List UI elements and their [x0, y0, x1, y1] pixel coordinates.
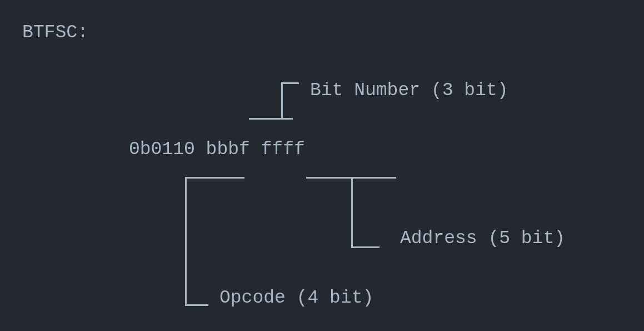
bit-number-connector-vertical	[281, 82, 283, 120]
bit-number-connector-horizontal	[281, 82, 299, 84]
address-connector-horizontal	[351, 246, 380, 248]
bit-number-connector-span	[249, 118, 293, 120]
annotation-opcode-label: Opcode (4 bit)	[219, 287, 373, 309]
opcode-connector-vertical	[185, 177, 187, 306]
opcode-connector-horizontal	[185, 304, 208, 306]
instruction-encoding: 0b0110 bbbf ffff	[129, 139, 305, 161]
annotation-bit-number-label: Bit Number (3 bit)	[310, 80, 508, 102]
address-connector-vertical	[351, 177, 353, 248]
annotation-address-label: Address (5 bit)	[400, 228, 565, 250]
instruction-title: BTFSC:	[22, 22, 88, 44]
opcode-connector-span	[185, 177, 244, 179]
